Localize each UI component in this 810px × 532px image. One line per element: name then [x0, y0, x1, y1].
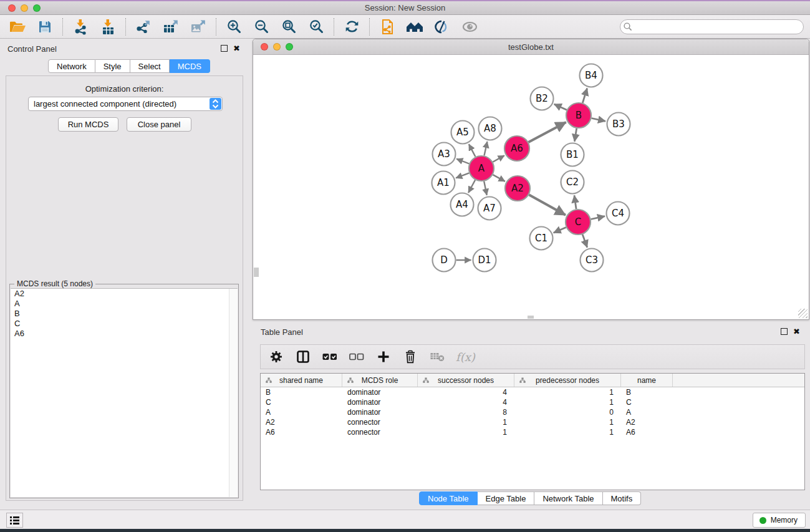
export-table-icon[interactable] [162, 18, 180, 36]
graph-node-D1[interactable]: D1 [473, 249, 496, 272]
cell-shared-name[interactable]: A2 [261, 417, 342, 427]
close-panel-icon[interactable]: ✖ [233, 45, 240, 52]
graph-node-A1[interactable]: A1 [432, 172, 455, 195]
graph-node-A[interactable]: A [469, 156, 494, 181]
result-item[interactable]: B [11, 309, 238, 319]
graph-edge-A-A1[interactable] [456, 173, 469, 178]
cell-predecessor-nodes[interactable]: 1 [514, 397, 621, 407]
column-header-predecessor-nodes[interactable]: predecessor nodes [514, 374, 621, 387]
cell-successor-nodes[interactable]: 4 [418, 387, 514, 397]
tab-network[interactable]: Network [48, 59, 95, 73]
cell-name[interactable]: A [621, 407, 673, 417]
graph-node-D[interactable]: D [433, 249, 456, 272]
hide-panels-icon[interactable] [433, 18, 451, 36]
graph-edge-B-B4[interactable] [582, 89, 587, 104]
graph-edge-C-C1[interactable] [554, 228, 566, 233]
cell-successor-nodes[interactable]: 1 [418, 427, 514, 437]
graph-node-A8[interactable]: A8 [479, 117, 502, 140]
table-row[interactable]: Cdominator41C [261, 397, 804, 407]
zoom-out-icon[interactable] [253, 18, 270, 36]
graph-node-C1[interactable]: C1 [530, 227, 553, 250]
export-image-icon[interactable] [190, 18, 207, 36]
network-window-resize-grip[interactable] [798, 309, 808, 318]
tab-mcds[interactable]: MCDS [170, 59, 210, 73]
column-header-shared-name[interactable]: shared name [261, 374, 342, 387]
network-window-titlebar[interactable]: testGlobe.txt [253, 39, 809, 55]
graph-edge-A-A3[interactable] [456, 159, 469, 164]
open-session-icon[interactable] [9, 18, 26, 36]
cell-predecessor-nodes[interactable]: 0 [514, 407, 621, 417]
column-header-name[interactable]: name [621, 374, 673, 387]
zoom-in-icon[interactable] [225, 18, 243, 36]
graph-edge-B-B3[interactable] [592, 118, 606, 122]
graph-edge-C-C4[interactable] [591, 216, 605, 220]
run-mcds-button[interactable]: Run MCDS [58, 117, 118, 132]
copy-network-icon[interactable] [378, 18, 396, 36]
tab-motifs[interactable]: Motifs [603, 491, 642, 505]
network-horizontal-scroll-mark[interactable] [528, 316, 534, 319]
close-panel-button[interactable]: Close panel [127, 117, 191, 132]
cell-MCDS-role[interactable]: connector [342, 417, 418, 427]
graph-edge-A2-C[interactable] [529, 195, 566, 215]
graph-node-B3[interactable]: B3 [607, 113, 630, 136]
table-row[interactable]: A6connector11A6 [261, 427, 804, 437]
cell-MCDS-role[interactable]: connector [342, 427, 418, 437]
home-icon[interactable] [406, 18, 423, 36]
close-table-panel-icon[interactable]: ✖ [793, 328, 800, 335]
cell-predecessor-nodes[interactable]: 1 [514, 427, 621, 437]
graph-node-A7[interactable]: A7 [478, 197, 501, 220]
tab-style[interactable]: Style [95, 59, 130, 73]
graph-edge-C-C3[interactable] [582, 235, 587, 248]
log-console-button[interactable] [6, 513, 23, 528]
result-item[interactable]: A2 [11, 289, 238, 299]
result-item[interactable]: A [11, 299, 238, 309]
graph-edge-A6-B[interactable] [529, 122, 566, 142]
network-graph-canvas[interactable]: B4B2BB3B1A5A8A6A3AA1C2A2A4A7CC4C1C3DD1 [254, 56, 809, 320]
graph-edge-A-A5[interactable] [469, 144, 476, 157]
cell-MCDS-role[interactable]: dominator [342, 387, 418, 397]
refresh-view-icon[interactable] [343, 18, 360, 36]
float-table-panel-icon[interactable] [781, 328, 788, 335]
graph-node-A4[interactable]: A4 [451, 193, 474, 216]
network-vertical-scroll-mark[interactable] [254, 268, 259, 277]
zoom-fit-icon[interactable] [280, 18, 297, 36]
table-settings-icon[interactable] [268, 349, 284, 365]
delete-table-icon[interactable] [429, 349, 445, 365]
column-header-MCDS-role[interactable]: MCDS role [342, 374, 418, 387]
delete-columns-icon[interactable] [402, 349, 418, 365]
cell-successor-nodes[interactable]: 8 [418, 407, 514, 417]
cell-name[interactable]: A6 [621, 427, 673, 437]
graph-node-B2[interactable]: B2 [531, 87, 554, 110]
show-columns-icon[interactable] [295, 349, 311, 365]
table-row[interactable]: Bdominator41B [261, 387, 804, 397]
cell-shared-name[interactable]: A6 [261, 427, 342, 437]
graph-edge-A-A2[interactable] [493, 175, 505, 181]
tab-edge-table[interactable]: Edge Table [478, 491, 535, 505]
result-scrollbar[interactable] [229, 289, 238, 497]
cell-MCDS-role[interactable]: dominator [342, 407, 418, 417]
graph-edge-C-C2[interactable] [574, 195, 576, 209]
table-row[interactable]: Adominator80A [261, 407, 804, 417]
graph-node-B4[interactable]: B4 [580, 64, 603, 87]
graph-node-C2[interactable]: C2 [561, 171, 584, 194]
graph-edge-A-A4[interactable] [468, 180, 475, 193]
graph-node-B[interactable]: B [566, 103, 591, 128]
table-row[interactable]: A2connector11A2 [261, 417, 804, 427]
graph-edge-A-A7[interactable] [484, 181, 487, 195]
select-all-columns-icon[interactable] [322, 349, 338, 365]
memory-button[interactable]: Memory [753, 513, 806, 528]
cell-predecessor-nodes[interactable]: 1 [514, 417, 621, 427]
cell-shared-name[interactable]: C [261, 397, 342, 407]
graph-node-A2[interactable]: A2 [505, 176, 530, 201]
column-header-successor-nodes[interactable]: successor nodes [418, 374, 514, 387]
tab-node-table[interactable]: Node Table [419, 491, 478, 505]
tab-select[interactable]: Select [130, 59, 170, 73]
float-panel-icon[interactable] [221, 45, 228, 52]
function-builder-icon[interactable]: f(x) [456, 351, 475, 364]
import-table-icon[interactable] [99, 18, 117, 36]
result-item[interactable]: A6 [11, 329, 238, 339]
deselect-all-columns-icon[interactable] [349, 349, 365, 365]
graph-node-C3[interactable]: C3 [581, 249, 604, 272]
graph-edge-B-B1[interactable] [574, 128, 576, 142]
cell-successor-nodes[interactable]: 4 [418, 397, 514, 407]
